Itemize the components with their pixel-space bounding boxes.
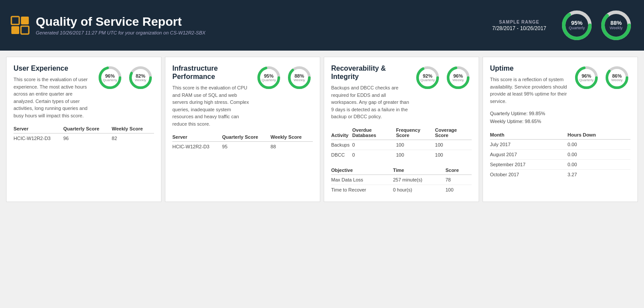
ue-server-name: HCIC-W12R2-D3 (14, 133, 63, 144)
report-title: Quality of Service Report (36, 15, 206, 29)
report-subtitle: Generated 10/26/2017 11:27 PM UTC for yo… (36, 30, 206, 35)
svg-rect-1 (11, 26, 19, 34)
header: Quality of Service Report Generated 10/2… (0, 0, 644, 51)
uptime-section: Uptime This score is a reflection of sys… (483, 57, 638, 202)
infra-server-name: HCIC-W12R2-D3 (172, 142, 222, 152)
header-left: Quality of Service Report Generated 10/2… (10, 15, 206, 35)
infra-text: Infrastructure Performance This score is… (172, 64, 251, 133)
header-right: SAMPLE RANGE 7/28/2017 - 10/26/2017 95% … (492, 8, 634, 43)
quarterly-uptime-text: Quarterly Uptime: 99.85% (490, 110, 630, 118)
ue-quarterly-label: 96% Quarterly (103, 73, 117, 82)
rec-col-frequency: Frequency Score (396, 126, 435, 140)
ue-desc: This score is the evaluation of user exp… (14, 76, 92, 119)
rec-desc: Backups and DBCC checks are required for… (331, 84, 410, 120)
infra-header-row: Infrastructure Performance This score is… (172, 64, 313, 133)
uptime-quarterly-label: 96% Quarterly (579, 73, 594, 82)
infra-quarterly-label: 95% Quarterly (262, 73, 276, 82)
table-row: July 2017 0.00 (490, 140, 630, 150)
rec-col-score: Score (445, 166, 472, 175)
ue-weekly-score: 82 (112, 133, 154, 144)
table-row: Time to Recover 0 hour(s) 100 (331, 185, 472, 195)
header-gauges: 95% Quarterly 88% Weekly (559, 8, 634, 43)
header-weekly-gauge: 88% Weekly (599, 8, 634, 43)
ue-title: User Experience (14, 64, 92, 72)
uptime-quarterly-gauge: 96% Quarterly (573, 64, 600, 91)
uptime-weekly-label: 86% Weekly (611, 73, 623, 82)
ue-col-weekly: Weekly Score (112, 124, 154, 133)
table-row: October 2017 3.27 (490, 170, 630, 180)
logo-icon (10, 16, 30, 35)
infra-gauges: 95% Quarterly 88% Weekly (255, 64, 313, 91)
uptime-text: Uptime This score is a reflection of sys… (490, 64, 569, 110)
rec-col-time: Time (393, 166, 445, 175)
rec-col-overdue: Overdue Databases (352, 126, 396, 140)
infra-desc: This score is the evaluation of CPU and … (172, 84, 251, 127)
svg-rect-3 (21, 26, 29, 34)
ue-col-server: Server (14, 124, 63, 133)
uptime-col-hours: Hours Down (568, 130, 630, 140)
rec-col-objective: Objective (331, 166, 393, 175)
recoverability-section: Recoverability & Integrity Backups and D… (324, 57, 479, 202)
svg-rect-0 (11, 17, 19, 24)
header-quarterly-gauge: 95% Quarterly (559, 8, 594, 43)
table-row: Backups 0 100 100 (331, 140, 472, 150)
rec-coverage-1: 100 (435, 140, 472, 150)
infra-col-quarterly: Quarterly Score (222, 133, 271, 142)
main-content: User Experience This score is the evalua… (0, 51, 644, 208)
header-quarterly-label: 95% Quarterly (569, 20, 585, 31)
rec-coverage-2: 100 (435, 150, 472, 160)
uptime-header-row: Uptime This score is a reflection of sys… (490, 64, 630, 110)
rec-frequency-2: 100 (396, 150, 435, 160)
rec-col-coverage: Coverage Score (435, 126, 472, 140)
infra-weekly-gauge: 88% Weekly (286, 64, 313, 91)
rec-header-row: Recoverability & Integrity Backups and D… (331, 64, 472, 126)
header-weekly-label: 88% Weekly (610, 20, 622, 31)
ue-weekly-label: 82% Weekly (135, 73, 146, 82)
uptime-month-4: October 2017 (490, 170, 568, 180)
rec-table2: Objective Time Score Max Data Loss 257 m… (331, 166, 472, 195)
ue-quarterly-gauge: 96% Quarterly (96, 64, 123, 91)
uptime-month-3: September 2017 (490, 160, 568, 170)
uptime-table: Month Hours Down July 2017 0.00 August 2… (490, 130, 630, 179)
user-experience-section: User Experience This score is the evalua… (6, 57, 161, 202)
ue-text: User Experience This score is the evalua… (14, 64, 92, 124)
uptime-hours-1: 0.00 (568, 140, 630, 150)
uptime-month-2: August 2017 (490, 150, 568, 160)
weekly-uptime-text: Weekly Uptime: 98.65% (490, 118, 630, 126)
rec-time-1: 257 minute(s) (393, 175, 445, 185)
table-row: August 2017 0.00 (490, 150, 630, 160)
rec-frequency-1: 100 (396, 140, 435, 150)
ue-gauges: 96% Quarterly 82% Weekly (96, 64, 154, 91)
rec-col-activity: Activity (331, 126, 352, 140)
rec-score-1: 78 (445, 175, 472, 185)
sample-range-dates: 7/28/2017 - 10/26/2017 (492, 25, 546, 31)
ue-col-quarterly: Quarterly Score (63, 124, 112, 133)
rec-quarterly-label: 92% Quarterly (421, 73, 435, 82)
uptime-hours-3: 0.00 (568, 160, 630, 170)
uptime-hours-2: 0.00 (568, 150, 630, 160)
uptime-title: Uptime (490, 64, 569, 72)
rec-gauges: 92% Quarterly 96% Weekly (414, 64, 472, 91)
ue-weekly-gauge: 82% Weekly (127, 64, 154, 91)
sample-range-label: SAMPLE RANGE (492, 20, 546, 24)
infra-weekly-label: 88% Weekly (294, 73, 305, 82)
rec-weekly-label: 96% Weekly (452, 73, 464, 82)
sample-range: SAMPLE RANGE 7/28/2017 - 10/26/2017 (492, 20, 546, 31)
ue-quarterly-score: 96 (63, 133, 112, 144)
infra-title: Infrastructure Performance (172, 64, 251, 81)
rec-title: Recoverability & Integrity (331, 64, 410, 81)
rec-activity-1: Backups (331, 140, 352, 150)
uptime-stats: Quarterly Uptime: 99.85% Weekly Uptime: … (490, 110, 630, 125)
rec-weekly-gauge: 96% Weekly (445, 64, 472, 91)
rec-table1: Activity Overdue Databases Frequency Sco… (331, 126, 472, 160)
ue-header-row: User Experience This score is the evalua… (14, 64, 154, 124)
table-row: Max Data Loss 257 minute(s) 78 (331, 175, 472, 185)
rec-text: Recoverability & Integrity Backups and D… (331, 64, 410, 126)
infrastructure-section: Infrastructure Performance This score is… (165, 57, 320, 202)
table-row: HCIC-W12R2-D3 96 82 (14, 133, 154, 144)
ue-table: Server Quarterly Score Weekly Score HCIC… (14, 124, 154, 143)
infra-col-server: Server (172, 133, 222, 142)
infra-col-weekly: Weekly Score (271, 133, 313, 142)
uptime-gauges: 96% Quarterly 86% Weekly (573, 64, 630, 91)
infra-table: Server Quarterly Score Weekly Score HCIC… (172, 133, 313, 151)
